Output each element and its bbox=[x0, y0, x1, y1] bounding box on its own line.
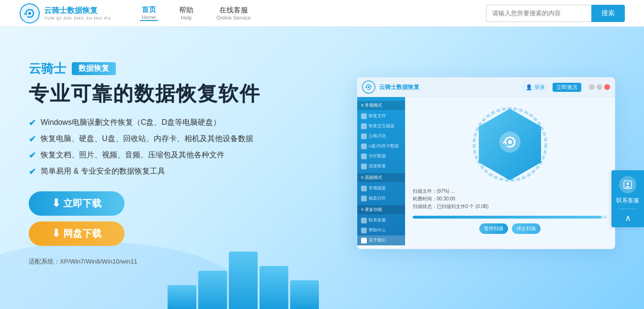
compat-text: 适配系统：XP/Win7/Win8/Win10/win11 bbox=[29, 257, 306, 266]
sidebar-item-recover-file[interactable]: 恢复文件 bbox=[357, 111, 405, 121]
header: 云骑士数据恢复 YUN QI SHI SHU JU HUI FU 首页 Home… bbox=[0, 0, 644, 27]
app-logo-small bbox=[362, 80, 375, 94]
hex-icon bbox=[497, 129, 523, 161]
win-maximize[interactable] bbox=[597, 84, 602, 90]
side-float-icon bbox=[619, 176, 636, 193]
win-close[interactable] bbox=[604, 84, 610, 90]
feature-2-text: 恢复电脑、硬盘、U盘、回收站、内存卡、相机及其他设备数据 bbox=[41, 134, 253, 144]
download-button[interactable]: ⬇ 立即下载 bbox=[29, 191, 124, 216]
logo-icon bbox=[19, 3, 40, 24]
download-icon: ⬇ bbox=[52, 197, 60, 209]
feature-2: ✔ 恢复电脑、硬盘、U盘、回收站、内存卡、相机及其他设备数据 bbox=[29, 134, 306, 144]
logo-text: 云骑士数据恢复 YUN QI SHI SHU JU HUI FU bbox=[44, 6, 111, 21]
sidebar-item-format[interactable]: 云格式化 bbox=[357, 131, 405, 141]
download-label: 立即下载 bbox=[63, 198, 102, 209]
window-controls bbox=[589, 84, 610, 90]
nav-home-main: 首页 bbox=[142, 5, 156, 14]
svg-point-7 bbox=[508, 140, 512, 144]
side-float-arrow[interactable]: ∧ bbox=[625, 213, 631, 223]
disk-partition-icon bbox=[361, 196, 367, 201]
hero-title: 专业可靠的数据恢复软件 bbox=[29, 82, 306, 106]
nav-help-main: 帮助 bbox=[179, 6, 193, 15]
check-icon-4: ✔ bbox=[29, 166, 36, 177]
hex-container bbox=[479, 109, 541, 180]
hero-brand: 云骑士 bbox=[29, 60, 66, 77]
cloud-download-button[interactable]: ⬇ 网盘下载 bbox=[29, 221, 124, 246]
scan-info: 扫描文件：(97%) ... 耗费时间：00:30:00 扫描状态：已扫描到文件… bbox=[413, 188, 607, 211]
sidebar-item-contact[interactable]: 联系客服 bbox=[357, 215, 405, 225]
check-icon-1: ✔ bbox=[29, 118, 36, 128]
deco-block-5 bbox=[290, 280, 319, 309]
nav-item-home[interactable]: 首页 Home bbox=[140, 5, 158, 21]
deco-block-1 bbox=[168, 285, 196, 309]
sidebar-item-disk-partition[interactable]: 磁盘分区 bbox=[357, 193, 405, 203]
main-nav: 首页 Home 帮助 Help 在线客服 Online Service bbox=[140, 5, 486, 21]
app-sidebar: ≡ 常规模式 恢复文件 恢复交互磁盘 云格式化 U盘/内存卡数据 分区数据 bbox=[357, 97, 405, 245]
app-activate-button[interactable]: 立即激活 bbox=[553, 83, 581, 92]
udisk-icon bbox=[361, 143, 367, 149]
side-float-label: 联系客服 bbox=[616, 197, 639, 205]
svg-point-3 bbox=[368, 86, 370, 88]
check-icon-2: ✔ bbox=[29, 134, 36, 144]
side-float-divider bbox=[618, 209, 637, 209]
about-icon bbox=[361, 238, 367, 243]
scan-buttons: 暂停扫描 停止扫描 bbox=[479, 223, 541, 234]
sidebar-item-recover-disk[interactable]: 恢复交互磁盘 bbox=[357, 121, 405, 131]
logo: 云骑士数据恢复 YUN QI SHI SHU JU HUI FU bbox=[19, 3, 111, 24]
nav-help-sub: Help bbox=[181, 15, 192, 21]
nav-service-sub: Online Service bbox=[216, 15, 251, 21]
check-icon-3: ✔ bbox=[29, 150, 36, 161]
hero-left: 云骑士 数据恢复 专业可靠的数据恢复软件 ✔ Windows电脑误删文件恢复（C… bbox=[29, 60, 306, 265]
feature-1: ✔ Windows电脑误删文件恢复（C盘、D盘等电脑硬盘） bbox=[29, 118, 306, 128]
sidebar-item-normal-disk[interactable]: 常规磁盘 bbox=[357, 183, 405, 193]
scan-time-text: 耗费时间：00:30:00 bbox=[413, 196, 607, 202]
svg-point-1 bbox=[28, 12, 31, 15]
import-icon bbox=[361, 248, 367, 250]
sidebar-item-deep[interactable]: 深度恢复 bbox=[357, 161, 405, 171]
search-area: 搜索 bbox=[486, 5, 625, 22]
feature-1-text: Windows电脑误删文件恢复（C盘、D盘等电脑硬盘） bbox=[41, 118, 221, 128]
sidebar-item-about[interactable]: 关于我们 bbox=[357, 235, 405, 245]
app-body: ≡ 常规模式 恢复文件 恢复交互磁盘 云格式化 U盘/内存卡数据 分区数据 bbox=[357, 97, 615, 245]
recover-disk-icon bbox=[361, 123, 367, 129]
search-button[interactable]: 搜索 bbox=[591, 5, 625, 22]
app-window: 云骑士数据恢复 👤 登录 立即激活 ≡ 常规模式 恢复文件 bbox=[357, 77, 615, 249]
side-float-panel: 联系客服 ∧ bbox=[611, 170, 644, 227]
help-icon bbox=[361, 228, 367, 233]
nav-item-help[interactable]: 帮助 Help bbox=[177, 6, 195, 21]
format-icon bbox=[361, 133, 367, 139]
search-input[interactable] bbox=[486, 5, 591, 22]
cloud-icon: ⬇ bbox=[52, 227, 60, 239]
nav-home-sub: Home bbox=[142, 14, 156, 20]
win-minimize[interactable] bbox=[589, 84, 595, 90]
app-user-button[interactable]: 👤 登录 bbox=[522, 83, 549, 92]
sidebar-section-more: ≡ 更多功能 bbox=[357, 205, 405, 214]
download-buttons: ⬇ 立即下载 ⬇ 网盘下载 bbox=[29, 191, 306, 252]
feature-3: ✔ 恢复文档、照片、视频、音频、压缩包及其他各种文件 bbox=[29, 150, 306, 161]
hero-badge: 数据恢复 bbox=[72, 62, 116, 75]
nav-service-main: 在线客服 bbox=[219, 6, 248, 15]
feature-3-text: 恢复文档、照片、视频、音频、压缩包及其他各种文件 bbox=[41, 150, 225, 160]
deco-block-2 bbox=[198, 271, 227, 309]
feature-4: ✔ 简单易用 & 专业安全的数据恢复工具 bbox=[29, 166, 306, 177]
logo-main-text: 云骑士数据恢复 bbox=[44, 6, 111, 16]
stop-scan-button[interactable]: 停止扫描 bbox=[512, 223, 541, 234]
sidebar-item-help[interactable]: 帮助中心 bbox=[357, 225, 405, 235]
contact-icon bbox=[361, 218, 367, 223]
sidebar-item-import[interactable]: 导入文件 bbox=[357, 245, 405, 249]
deco-block-4 bbox=[260, 266, 288, 309]
sidebar-item-udisk[interactable]: U盘/内存卡数据 bbox=[357, 141, 405, 151]
sidebar-section-normal: ≡ 常规模式 bbox=[357, 101, 405, 110]
partition-icon bbox=[361, 154, 367, 159]
scan-found-text: 扫描状态：已扫描到文件0 个 (0.0B) bbox=[413, 203, 607, 210]
app-title-text: 云骑士数据恢复 bbox=[379, 83, 518, 91]
progress-bar bbox=[413, 216, 607, 219]
recover-file-icon bbox=[361, 113, 367, 119]
sidebar-item-partition[interactable]: 分区数据 bbox=[357, 151, 405, 161]
hero-right: 云骑士数据恢复 👤 登录 立即激活 ≡ 常规模式 恢复文件 bbox=[306, 77, 615, 249]
cloud-label: 网盘下载 bbox=[63, 228, 102, 239]
svg-point-9 bbox=[627, 183, 629, 185]
sidebar-section-advanced: ≡ 高级模式 bbox=[357, 173, 405, 182]
nav-item-service[interactable]: 在线客服 Online Service bbox=[215, 6, 253, 21]
pause-scan-button[interactable]: 暂停扫描 bbox=[479, 223, 508, 234]
